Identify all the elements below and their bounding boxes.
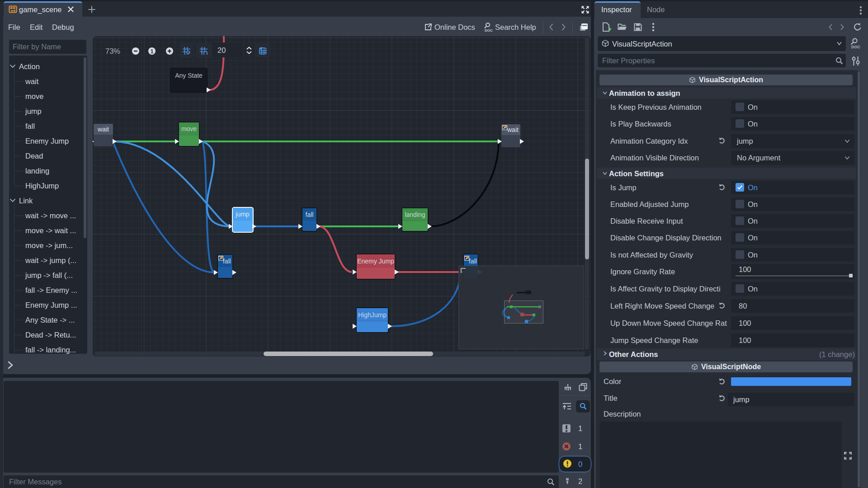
svg-text:DOC: DOC [485, 28, 493, 33]
svg-text:1: 1 [151, 48, 154, 55]
svg-text:DOC: DOC [851, 45, 861, 49]
